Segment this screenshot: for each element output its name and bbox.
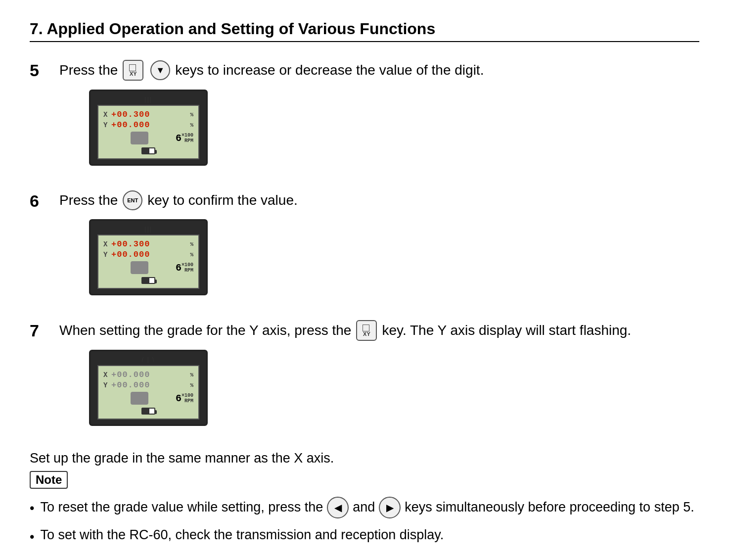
joystick-icon-7 (131, 392, 148, 405)
bullet-1-text-before: To reset the grade value while setting, … (40, 498, 323, 517)
step-6-text-before: Press the (59, 192, 118, 208)
bullet-1-text-after: keys simultaneously before proceeding to… (405, 498, 694, 517)
bullet-2-text-content: To set with the RC-60, check the transmi… (40, 525, 444, 545)
bullet-1-and: and (353, 498, 375, 517)
bullet-dot-1: • (30, 499, 34, 518)
step-6-number: 6 (30, 191, 59, 211)
note-section: Note • To reset the grade value while se… (30, 471, 699, 547)
step-6-display: ||| X +00.300 % Y +00.000 % 6 ×100RPM (89, 219, 208, 295)
battery-icon-7 (141, 408, 155, 415)
down-key-icon: ▼ (150, 60, 170, 80)
bullet-2: • To set with the RC-60, check the trans… (30, 525, 699, 547)
step-5-y-value: +00.000 (111, 120, 189, 130)
battery-icon-6 (141, 277, 155, 284)
step-5-text-before: Press the (59, 62, 118, 78)
step-6-text-middle: key to confirm the value. (147, 192, 297, 208)
bullet-2-text: To set with the RC-60, check the transmi… (40, 525, 699, 545)
bullet-dot-2: • (30, 527, 34, 547)
page-title: 7. Applied Operation and Setting of Vari… (30, 20, 699, 38)
step-5-text-middle: keys to increase or decrease the value o… (175, 62, 484, 78)
step-7-number: 7 (30, 321, 59, 340)
step-7-text-after: key. The Y axis display will start flash… (382, 323, 631, 338)
xy-key-icon: XY (123, 60, 143, 81)
grade-note: Set up the grade in the same manner as t… (30, 451, 699, 466)
step-5-screen: X +00.300 % Y +00.000 % 6 ×100RPM (97, 105, 199, 159)
battery-icon (141, 147, 155, 154)
step-5-text: Press the XY ▼ keys to increase or decre… (59, 60, 484, 81)
step-7-x-value: +00.000 (111, 370, 189, 379)
step-7-content: When setting the grade for the Y axis, p… (59, 320, 699, 436)
step-5-digit: 6 (176, 133, 182, 144)
xy-key-icon-7: XY (356, 320, 377, 341)
step-7-digit: 6 (176, 393, 182, 404)
step-5-display: ||| X +00.300 % Y +00.000 % 6 ×100RPM (89, 90, 208, 166)
step-6-y-value: +00.000 (111, 250, 189, 259)
step-7-row: 7 When setting the grade for the Y axis,… (30, 320, 699, 436)
step-7-text: When setting the grade for the Y axis, p… (59, 320, 631, 341)
left-arrow-key-icon: ◀ (327, 497, 349, 518)
step-7-display: / | \ X +00.000 % Y +00.000 % 6 ×100RPM (89, 350, 208, 426)
step-6-screen: X +00.300 % Y +00.000 % 6 ×100RPM (97, 234, 199, 289)
right-arrow-key-icon: ▶ (379, 497, 401, 518)
step-7-y-value: +00.000 (111, 380, 189, 390)
bullet-1-text: To reset the grade value while setting, … (40, 497, 699, 518)
step-6-text: Press the ENT key to confirm the value. (59, 190, 298, 210)
step-5-x-value: +00.300 (111, 110, 189, 119)
step-6-content: Press the ENT key to confirm the value. … (59, 190, 699, 305)
joystick-icon-6 (131, 261, 148, 274)
note-label: Note (30, 471, 68, 489)
step-7-screen: X +00.000 % Y +00.000 % 6 ×100RPM (97, 365, 199, 420)
step-5-content: Press the XY ▼ keys to increase or decre… (59, 60, 699, 176)
bullet-list: • To reset the grade value while setting… (30, 497, 699, 547)
page-header: 7. Applied Operation and Setting of Vari… (30, 20, 699, 42)
step-6-x-value: +00.300 (111, 239, 189, 249)
joystick-icon (131, 132, 148, 144)
step-7-text-before: When setting the grade for the Y axis, p… (59, 323, 351, 338)
step-6-row: 6 Press the ENT key to confirm the value… (30, 190, 699, 305)
ent-key-icon: ENT (123, 190, 142, 210)
bullet-1: • To reset the grade value while setting… (30, 497, 699, 518)
step-5-number: 5 (30, 61, 59, 80)
step-6-digit: 6 (176, 262, 182, 274)
step-5-row: 5 Press the XY ▼ keys to increase or dec… (30, 60, 699, 176)
